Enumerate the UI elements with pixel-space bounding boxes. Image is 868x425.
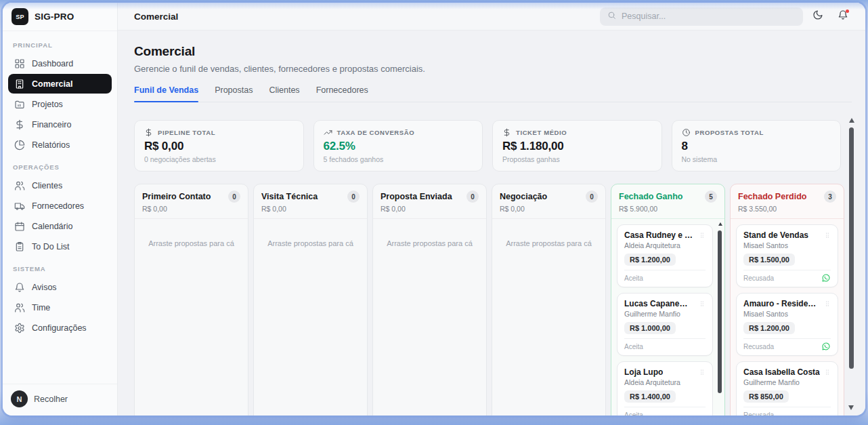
column-drop-zone[interactable]: Arraste propostas para cá [135, 219, 248, 416]
sidebar-item-projetos[interactable]: Projetos [8, 94, 112, 114]
sidebar-section-items: Dashboard Comercial Projetos Financeiro … [8, 54, 112, 155]
collapse-sidebar-button[interactable]: N Recolher [3, 384, 117, 416]
column-drop-zone[interactable]: Arraste propostas para cá [254, 219, 367, 416]
proposal-value-badge: R$ 1.200,00 [743, 322, 795, 334]
tab-clientes[interactable]: Clientes [269, 85, 299, 102]
column-title: Negociação [500, 192, 547, 201]
sidebar-item-label: Avisos [32, 283, 57, 292]
dashboard-icon [14, 58, 25, 69]
scroll-down-icon[interactable] [848, 405, 854, 410]
sidebar-item-clientes[interactable]: Clientes [8, 176, 112, 195]
grip-handle-icon[interactable] [824, 230, 831, 240]
proposal-client: Aldeia Arquitetura [624, 241, 706, 250]
stat-label: TAXA DE CONVERSÃO [337, 129, 415, 136]
empty-column-placeholder: Arraste propostas para cá [378, 224, 481, 247]
stat-value: R$ 1.180,00 [502, 140, 652, 153]
stat-sub: 5 fechados ganhos [324, 155, 473, 163]
main-scrollbar[interactable] [848, 118, 855, 410]
proposal-client: Guilherme Manfio [743, 378, 831, 387]
collapse-icon[interactable]: N [11, 390, 28, 407]
page-subtitle: Gerencie o funil de vendas, clientes, fo… [134, 64, 841, 74]
main-content: Comercial Gerencie o funil de vendas, cl… [118, 31, 865, 416]
column-drop-zone[interactable]: Arraste propostas para cá [492, 219, 605, 416]
card-list: Stand de Vendas Misael Santos R$ 1.500,0… [736, 224, 838, 416]
clock-icon [682, 128, 691, 137]
card-list: Casa Rudney e Ananda Aldeia Arquitetura … [617, 224, 719, 416]
search-input[interactable] [622, 12, 796, 21]
commercial-icon [14, 79, 25, 89]
proposal-card[interactable]: Stand de Vendas Misael Santos R$ 1.500,0… [736, 224, 838, 287]
tab-label: Fornecedores [316, 85, 368, 95]
proposal-card[interactable]: Amauro - Residencia Rural Misael Santos … [736, 293, 838, 356]
calendar-icon [14, 221, 25, 232]
clients-icon [14, 180, 25, 191]
search-bar[interactable] [600, 7, 803, 26]
grip-handle-icon[interactable] [824, 367, 831, 377]
proposal-card[interactable]: Loja Lupo Aldeia Arquitetura R$ 1.400,00… [617, 361, 713, 416]
column-header: Negociação 0 R$ 0,00 [492, 184, 605, 219]
stats-row: PIPELINE TOTAL R$ 0,00 0 negociações abe… [134, 120, 841, 171]
reports-icon [14, 140, 25, 150]
logo-icon: SP [12, 8, 28, 25]
sidebar-item-comercial[interactable]: Comercial [8, 74, 112, 94]
sidebar-item-financeiro[interactable]: Financeiro [8, 115, 112, 134]
dark-mode-toggle-button[interactable] [808, 6, 828, 26]
proposal-card[interactable]: Lucas Capanema - Ca... Guilherme Manfio … [617, 293, 713, 356]
app-logo: SP SIG-PRO [3, 3, 117, 31]
app-window: SP SIG-PRO PRINCIPAL Dashboard Comercial… [3, 3, 865, 416]
column-header: Fechado Perdido 3 R$ 3.550,00 [731, 184, 844, 219]
sidebar-item-relatorios[interactable]: Relatórios [8, 135, 112, 155]
grip-handle-icon[interactable] [824, 299, 831, 308]
proposal-title: Stand de Vendas [743, 230, 808, 241]
sidebar-item-label: Calendário [32, 222, 72, 231]
sidebar-item-time[interactable]: Time [8, 298, 112, 317]
kanban-column-primeiro-contato: Primeiro Contato 0 R$ 0,00 Arraste propo… [134, 184, 248, 416]
proposal-status: Recusada [743, 343, 774, 350]
notifications-button[interactable] [833, 6, 853, 26]
tab-label: Clientes [269, 85, 299, 95]
column-count-badge: 0 [347, 190, 360, 203]
sidebar-item-avisos[interactable]: Avisos [8, 277, 112, 297]
tab-label: Funil de Vendas [134, 85, 198, 95]
kanban-column-visita-tecnica: Visita Técnica 0 R$ 0,00 Arraste propost… [253, 184, 368, 416]
column-title: Proposta Enviada [381, 192, 452, 201]
column-drop-zone[interactable]: Casa Rudney e Ananda Aldeia Arquitetura … [611, 219, 724, 416]
trend-icon [324, 128, 332, 137]
proposal-client: Guilherme Manfio [624, 310, 706, 319]
collapse-label: Recolher [34, 394, 68, 404]
proposal-card[interactable]: Casa Isabella Costa Guilherme Manfio R$ … [736, 361, 838, 416]
sidebar-item-to-do-list[interactable]: To Do List [8, 237, 112, 256]
column-total: R$ 5.900,00 [619, 205, 717, 213]
main-scrollbar-thumb[interactable] [849, 127, 854, 369]
proposal-title: Amauro - Residencia Rural [743, 299, 820, 309]
tab-propostas[interactable]: Propostas [215, 85, 253, 102]
grip-handle-icon[interactable] [699, 299, 706, 308]
column-total: R$ 0,00 [381, 205, 479, 213]
grip-handle-icon[interactable] [699, 367, 706, 377]
proposal-client: Misael Santos [743, 241, 831, 250]
column-count-badge: 5 [705, 190, 717, 203]
scroll-up-icon[interactable] [849, 118, 854, 123]
proposal-card[interactable]: Casa Rudney e Ananda Aldeia Arquitetura … [617, 224, 713, 287]
whatsapp-icon[interactable] [821, 342, 831, 351]
stat-card-taxa-de-conversao: TAXA DE CONVERSÃO 62.5% 5 fechados ganho… [313, 120, 483, 171]
proposal-status: Aceita [624, 275, 643, 282]
sidebar-item-dashboard[interactable]: Dashboard [8, 54, 112, 73]
scroll-up-icon[interactable] [718, 222, 722, 226]
tab-funil-de-vendas[interactable]: Funil de Vendas [134, 85, 198, 102]
grip-handle-icon[interactable] [699, 230, 706, 240]
column-drop-zone[interactable]: Stand de Vendas Misael Santos R$ 1.500,0… [731, 219, 844, 416]
column-drop-zone[interactable]: Arraste propostas para cá [373, 219, 486, 416]
sidebar-item-fornecedores[interactable]: Fornecedores [8, 196, 112, 216]
sidebar-item-configuracoes[interactable]: Configurações [8, 318, 112, 338]
tab-fornecedores[interactable]: Fornecedores [316, 85, 368, 102]
column-count-badge: 3 [824, 190, 836, 203]
stat-card-ticket-medio: TICKET MÉDIO R$ 1.180,00 Propostas ganha… [492, 120, 662, 171]
whatsapp-icon[interactable] [821, 273, 831, 283]
column-scrollbar-thumb[interactable] [718, 230, 722, 393]
column-scrollbar[interactable] [717, 222, 723, 416]
stat-value: R$ 0,00 [144, 140, 294, 153]
sidebar-item-calendario[interactable]: Calendário [8, 216, 112, 236]
tab-label: Propostas [215, 85, 253, 95]
stat-card-propostas-total: PROPOSTAS TOTAL 8 No sistema [672, 120, 842, 171]
